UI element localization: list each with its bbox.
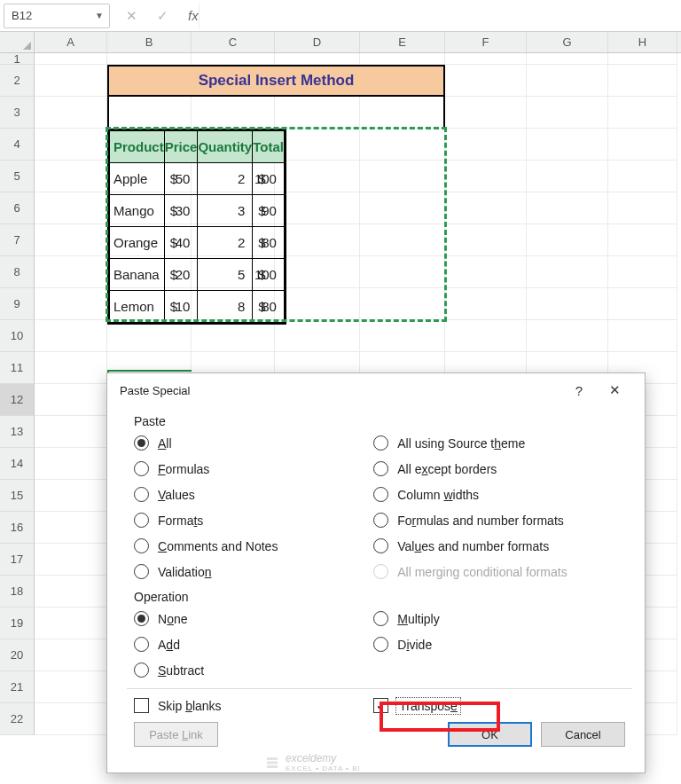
operation-option[interactable]: Multiply	[373, 611, 625, 626]
paste-option[interactable]: Formats	[134, 513, 373, 528]
row-header[interactable]: 8	[0, 256, 35, 288]
help-button[interactable]: ?	[561, 383, 597, 398]
row-header[interactable]: 5	[0, 161, 35, 192]
fx-icon[interactable]: fx	[188, 8, 199, 23]
col-header[interactable]: H	[608, 32, 677, 52]
logo-icon	[264, 755, 280, 771]
row-header[interactable]: 9	[0, 288, 35, 320]
col-header[interactable]: G	[527, 32, 608, 52]
paste-option[interactable]: Comments and Notes	[134, 538, 373, 553]
col-header[interactable]: E	[360, 32, 445, 52]
watermark: exceldemy EXCEL • DATA • BI	[264, 752, 361, 772]
col-header[interactable]: A	[35, 32, 107, 52]
row-header[interactable]: 1	[0, 53, 35, 65]
cancel-button[interactable]: Cancel	[541, 722, 625, 747]
col-header[interactable]: F	[445, 32, 527, 52]
paste-option[interactable]: Values and number formats	[373, 538, 625, 553]
operation-option[interactable]: None	[134, 611, 373, 626]
row-header[interactable]: 18	[0, 576, 35, 608]
skip-blanks-checkbox[interactable]: Skip blanks	[134, 698, 373, 713]
row-header[interactable]: 12	[0, 384, 35, 416]
highlight-transpose	[380, 702, 500, 732]
col-header[interactable]: C	[192, 32, 275, 52]
formula-bar-buttons: ✕ ✓ fx	[126, 8, 199, 24]
row-header[interactable]: 20	[0, 639, 35, 671]
paste-group-label: Paste	[134, 414, 625, 428]
name-box[interactable]: B12 ▼	[4, 4, 110, 28]
row-header[interactable]: 3	[0, 97, 35, 129]
paste-link-button: Paste Link	[134, 722, 218, 747]
table-row: Orange$402$80	[110, 227, 285, 259]
paste-option[interactable]: Values	[134, 487, 373, 502]
th-total: Total	[253, 131, 285, 163]
row-header[interactable]: 15	[0, 480, 35, 512]
row-header[interactable]: 7	[0, 224, 35, 256]
data-table: Product Price Quantity Total Apple$502$1…	[107, 129, 286, 325]
row-header[interactable]: 10	[0, 320, 35, 352]
th-price: Price	[164, 131, 198, 163]
name-box-value: B12	[12, 9, 32, 22]
skip-blanks-label: Skip blanks	[158, 699, 222, 713]
paste-option[interactable]: Formulas	[134, 461, 373, 476]
operation-group-label: Operation	[134, 590, 625, 604]
paste-option[interactable]: Validation	[134, 564, 373, 579]
th-qty: Quantity	[198, 131, 253, 163]
formula-bar-input[interactable]	[199, 4, 681, 28]
dialog-title: Paste Special	[120, 384, 191, 397]
close-icon[interactable]: ✕	[597, 382, 632, 398]
select-all-corner[interactable]	[0, 32, 35, 52]
operation-option[interactable]: Add	[134, 637, 373, 652]
col-header[interactable]: D	[275, 32, 360, 52]
row-header[interactable]: 11	[0, 352, 35, 384]
table-row: Mango$303$90	[110, 195, 285, 227]
paste-special-dialog: Paste Special ? ✕ Paste AllFormulasValue…	[106, 372, 646, 773]
operation-option[interactable]: Divide	[373, 637, 625, 652]
row-header[interactable]: 14	[0, 448, 35, 480]
column-header-row: A B C D E F G H	[0, 32, 681, 53]
table-spacer	[107, 97, 445, 129]
operation-option[interactable]: Subtract	[134, 662, 373, 678]
row-header[interactable]: 2	[0, 65, 35, 97]
table-row: Lemon$108$80	[110, 291, 285, 323]
row-header[interactable]: 21	[0, 671, 35, 703]
table-row: Banana$205$100	[110, 259, 285, 291]
paste-option[interactable]: Formulas and number formats	[373, 513, 625, 528]
row-header[interactable]: 22	[0, 703, 35, 735]
row-header[interactable]: 16	[0, 512, 35, 544]
paste-option: All merging conditional formats	[373, 564, 625, 579]
th-product: Product	[110, 131, 165, 163]
paste-option[interactable]: All except borders	[373, 461, 625, 476]
formula-bar-row: B12 ▼ ✕ ✓ fx	[0, 0, 681, 32]
table-title: Special Insert Method	[107, 65, 445, 97]
cancel-icon: ✕	[126, 8, 137, 24]
paste-option[interactable]: All using Source theme	[373, 435, 625, 451]
chevron-down-icon[interactable]: ▼	[95, 11, 104, 20]
enter-icon: ✓	[157, 8, 168, 24]
col-header[interactable]: B	[107, 32, 192, 52]
row-header[interactable]: 6	[0, 192, 35, 224]
table-row: Apple$502$100	[110, 163, 285, 195]
row-header[interactable]: 13	[0, 416, 35, 448]
paste-option[interactable]: Column widths	[373, 487, 625, 502]
row-header[interactable]: 19	[0, 608, 35, 639]
paste-option[interactable]: All	[134, 435, 373, 451]
row-header[interactable]: 4	[0, 129, 35, 161]
row-header[interactable]: 17	[0, 544, 35, 576]
